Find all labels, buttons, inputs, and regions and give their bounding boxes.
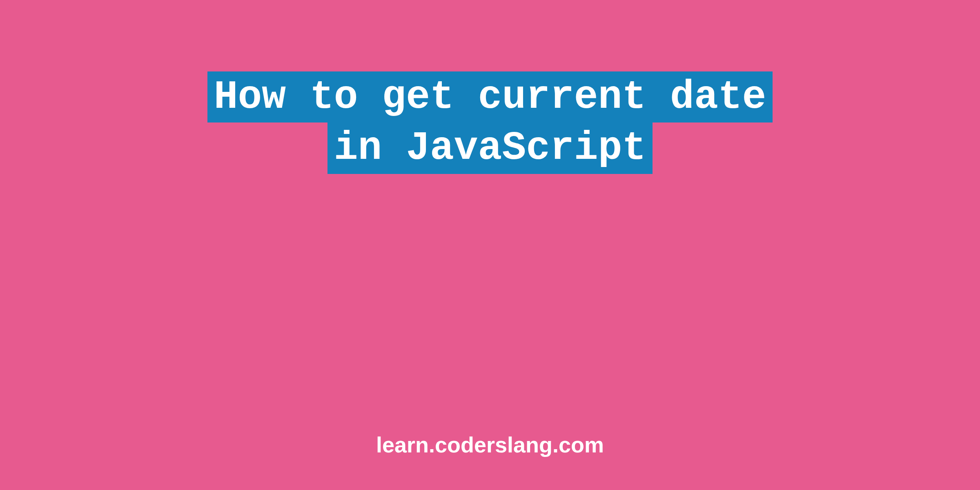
title-line-2-wrapper: in JavaScript — [0, 122, 980, 174]
title-container: How to get current date in JavaScript — [0, 71, 980, 174]
footer-text: learn.coderslang.com — [0, 432, 980, 457]
title-line-1: How to get current date — [207, 71, 773, 122]
title-line-2: in JavaScript — [327, 122, 653, 174]
title-line-1-wrapper: How to get current date — [0, 71, 980, 122]
